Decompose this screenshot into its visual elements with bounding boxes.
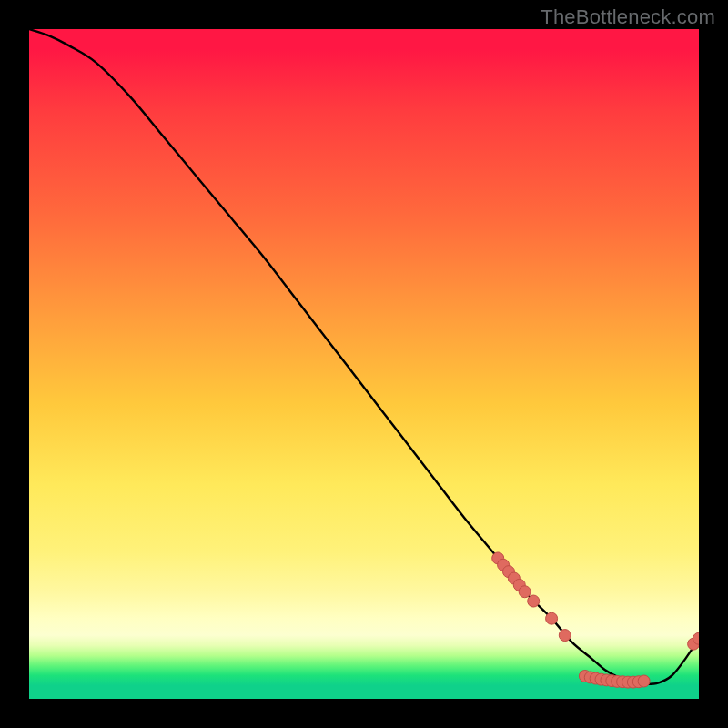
curve-markers [492, 552, 699, 688]
data-marker [519, 586, 531, 598]
watermark-text: TheBottleneck.com [541, 5, 715, 29]
plot-area [29, 29, 699, 699]
chart-stage: TheBottleneck.com [0, 0, 728, 728]
data-marker [528, 595, 540, 607]
data-marker [638, 675, 650, 687]
bottleneck-curve [29, 29, 699, 684]
data-marker [546, 612, 558, 624]
curve-overlay [29, 29, 699, 699]
data-marker [559, 630, 571, 642]
